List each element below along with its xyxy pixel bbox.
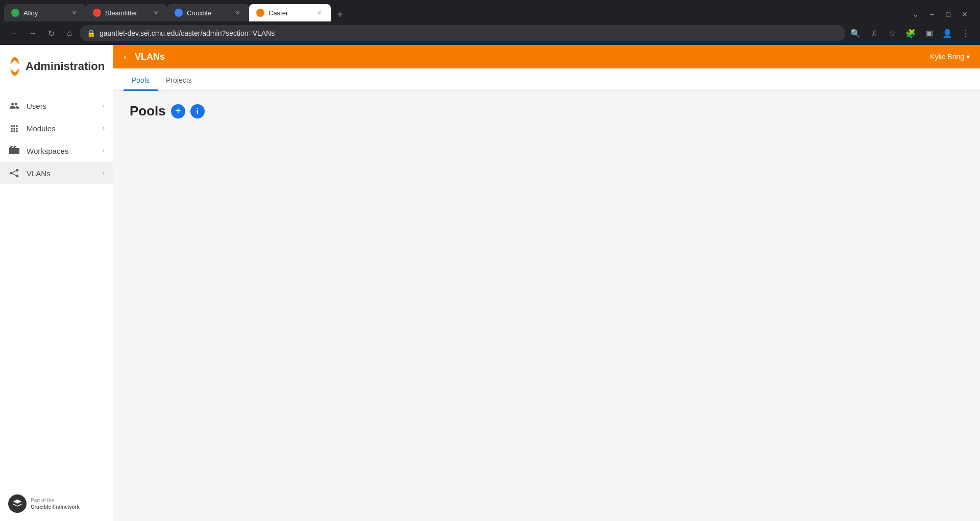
steamfitter-favicon [93, 9, 101, 17]
tab-list-button[interactable]: ⌄ [909, 7, 923, 21]
sidebar-item-workspaces-label: Workspaces [27, 147, 96, 155]
sidebar-app-title: Administration [26, 60, 105, 73]
logo-diamond [8, 60, 21, 73]
sidebar-item-vlans[interactable]: VLANs › [0, 162, 113, 184]
pools-header: Pools + i [130, 103, 964, 119]
pools-area: Pools + i [113, 91, 980, 144]
browser-chrome: Alloy ✕ Steamfitter ✕ Crucible ✕ Caster … [0, 0, 980, 45]
tab-alloy-label: Alloy [23, 9, 65, 17]
header-title: VLANs [135, 52, 930, 62]
tab-crucible-label: Crucible [187, 9, 229, 17]
tab-projects[interactable]: Projects [158, 71, 200, 91]
address-bar[interactable]: 🔒 gauntlet-dev.sei.cmu.edu/caster/admin?… [80, 25, 845, 41]
lock-icon: 🔒 [87, 29, 95, 37]
nav-right-icons: 🔍 ⇫ ☆ 🧩 ▣ 👤 ⋮ [847, 25, 974, 41]
users-icon [8, 101, 20, 111]
alloy-favicon [11, 9, 19, 17]
sidebar-item-users-label: Users [27, 102, 96, 110]
menu-icon[interactable]: ⋮ [958, 25, 974, 41]
maximize-button[interactable]: □ [941, 7, 955, 21]
info-icon: i [197, 107, 199, 115]
tab-steamfitter-close[interactable]: ✕ [151, 8, 160, 17]
minimize-button[interactable]: − [925, 7, 939, 21]
app-logo-icon [10, 57, 19, 76]
sidebar-item-modules[interactable]: Modules › [0, 117, 113, 139]
back-button[interactable]: ← [6, 25, 22, 41]
workspaces-icon [8, 146, 20, 156]
caster-favicon [256, 9, 264, 17]
sidebar-footer: Part of the Crucible Framework [0, 486, 113, 521]
header-username: Kylie Bring [930, 53, 964, 61]
nav-bar: ← → ↻ ⌂ 🔒 gauntlet-dev.sei.cmu.edu/caste… [0, 21, 980, 45]
vlans-icon [8, 168, 20, 178]
header-user-menu[interactable]: Kylie Bring ▾ [930, 53, 970, 61]
tab-caster[interactable]: Caster ✕ [249, 4, 331, 21]
sidebar-logo: Administration [0, 45, 113, 88]
tab-crucible[interactable]: Crucible ✕ [167, 4, 249, 21]
new-tab-button[interactable]: + [333, 7, 347, 21]
svg-line-3 [13, 171, 16, 173]
content-tabs: Pools Projects [113, 68, 980, 91]
window-controls: ⌄ − □ ✕ [909, 7, 976, 21]
tab-alloy[interactable]: Alloy ✕ [4, 4, 86, 21]
main-content: ‹ VLANs Kylie Bring ▾ Pools Projects Poo… [113, 45, 980, 521]
address-text: gauntlet-dev.sei.cmu.edu/caster/admin?se… [100, 29, 838, 37]
svg-point-1 [16, 169, 18, 172]
modules-icon [8, 123, 20, 133]
tab-steamfitter-label: Steamfitter [105, 9, 147, 17]
tab-pools[interactable]: Pools [124, 71, 158, 91]
sidebar-item-vlans-label: VLANs [27, 169, 96, 178]
pools-add-button[interactable]: + [171, 104, 185, 119]
tab-crucible-close[interactable]: ✕ [233, 8, 242, 17]
pools-title: Pools [130, 103, 166, 119]
share-icon[interactable]: ⇫ [866, 25, 882, 41]
sidebar-item-users[interactable]: Users › [0, 94, 113, 117]
reload-button[interactable]: ↻ [43, 25, 59, 41]
tab-bar: Alloy ✕ Steamfitter ✕ Crucible ✕ Caster … [0, 0, 980, 21]
svg-point-2 [16, 175, 18, 177]
header-chevron-icon: ▾ [966, 53, 970, 61]
crucible-logo-icon [8, 494, 27, 513]
sidebar-item-modules-label: Modules [27, 124, 96, 133]
app-layout: Administration Users › [0, 45, 980, 521]
svg-line-4 [13, 174, 16, 176]
footer-text: Part of the Crucible Framework [31, 497, 80, 510]
pools-info-button[interactable]: i [190, 104, 205, 119]
tab-alloy-close[interactable]: ✕ [69, 8, 79, 17]
vlans-arrow-icon: › [103, 170, 105, 177]
forward-button[interactable]: → [24, 25, 41, 41]
extensions-icon[interactable]: 🧩 [902, 25, 919, 41]
search-icon[interactable]: 🔍 [847, 25, 864, 41]
tab-caster-close[interactable]: ✕ [314, 8, 324, 17]
crucible-favicon [175, 9, 183, 17]
tab-caster-label: Caster [268, 9, 310, 17]
add-icon: + [175, 105, 181, 117]
home-button[interactable]: ⌂ [61, 25, 78, 41]
sidebar-nav: Users › Modules › [0, 88, 113, 486]
bookmark-icon[interactable]: ☆ [884, 25, 900, 41]
users-arrow-icon: › [103, 102, 105, 109]
profile-icon[interactable]: 👤 [939, 25, 955, 41]
sidebar-toggle-icon[interactable]: ▣ [921, 25, 937, 41]
modules-arrow-icon: › [103, 125, 105, 132]
tab-steamfitter[interactable]: Steamfitter ✕ [86, 4, 167, 21]
sidebar-item-workspaces[interactable]: Workspaces › [0, 139, 113, 162]
close-button[interactable]: ✕ [958, 7, 972, 21]
content-header: ‹ VLANs Kylie Bring ▾ [113, 45, 980, 68]
workspaces-arrow-icon: › [103, 147, 105, 154]
header-back-button[interactable]: ‹ [124, 52, 127, 62]
svg-point-0 [10, 172, 13, 175]
sidebar: Administration Users › [0, 45, 113, 521]
